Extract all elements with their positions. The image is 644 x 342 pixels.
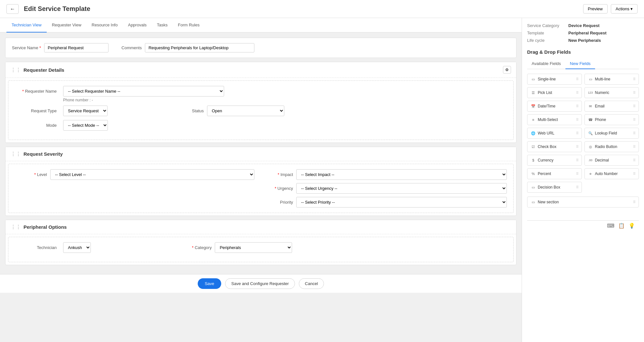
field-auto-number[interactable]: ≑ Auto Number ⠿ [584, 168, 639, 179]
email-icon: ✉ [588, 104, 593, 109]
mode-label: Mode [15, 123, 57, 128]
level-label: * Level [15, 172, 47, 177]
back-button[interactable]: ← [6, 4, 19, 14]
tab-resource-info[interactable]: Resource Info [87, 18, 123, 32]
field-multi-line-label: Multi-line [595, 77, 611, 81]
currency-drag: ⠿ [576, 158, 578, 162]
phone-field-icon: ☎ [588, 117, 593, 122]
field-pick-list-label: Pick List [538, 90, 552, 95]
comments-input[interactable] [145, 43, 254, 52]
priority-label: Priority [267, 200, 293, 205]
peripheral-drag-handle[interactable]: ⋮⋮ [11, 224, 21, 230]
service-name-card: Service Name * Comments [5, 38, 516, 58]
new-section-label: New section [538, 200, 559, 204]
field-single-line[interactable]: ▭ Single-line ⠿ [527, 74, 582, 85]
requester-details-section: ⋮⋮ Requester Details ⚙ * Requester Name [5, 62, 516, 143]
status-select[interactable]: Open [207, 106, 284, 116]
field-multi-line[interactable]: ▭ Multi-line ⠿ [584, 74, 639, 85]
peripheral-options-section: ⋮⋮ Peripheral Options Technician Ankush [5, 220, 516, 265]
field-checkbox[interactable]: ☑ Check Box ⠿ [527, 141, 582, 152]
field-decimal[interactable]: .00 Decimal ⠿ [584, 155, 639, 166]
clipboard-icon[interactable]: 📋 [618, 223, 625, 229]
new-section-icon: ▭ [531, 199, 536, 205]
accessibility-icon[interactable]: ⌨ [607, 223, 614, 229]
web-url-drag: ⠿ [576, 131, 578, 135]
dnd-tab-available[interactable]: Available Fields [527, 59, 565, 69]
tab-form-rules[interactable]: Form Rules [173, 18, 205, 32]
lookup-icon: 🔍 [588, 131, 593, 136]
field-numeric[interactable]: 123 Numeric ⠿ [584, 87, 639, 98]
request-type-select[interactable]: Service Request [63, 106, 108, 116]
priority-select[interactable]: -- Select Priority -- [296, 197, 507, 208]
datetime-icon: 📅 [531, 104, 536, 109]
request-severity-section: ⋮⋮ Request Severity * Level -- Select Le… [5, 147, 516, 216]
comments-label: Comments [121, 45, 142, 50]
preview-button[interactable]: Preview [583, 4, 608, 14]
field-datetime[interactable]: 📅 Date/Time ⠿ [527, 101, 582, 112]
field-phone-label: Phone [595, 117, 606, 122]
percent-icon: % [531, 171, 536, 176]
save-button[interactable]: Save [198, 278, 222, 289]
field-decision-box-label: Decision Box [538, 185, 560, 189]
field-multi-select[interactable]: ≡ Multi-Select ⠿ [527, 114, 582, 125]
field-email[interactable]: ✉ Email ⠿ [584, 101, 639, 112]
checkbox-icon: ☑ [531, 144, 536, 149]
template-value: Peripheral Request [568, 31, 607, 35]
single-line-icon: ▭ [531, 77, 536, 82]
new-section-item[interactable]: ▭ New section ⠿ [527, 197, 639, 208]
tab-technician-view[interactable]: Technician View [6, 18, 47, 32]
requester-drag-handle[interactable]: ⋮⋮ [11, 67, 21, 73]
percent-drag: ⠿ [576, 172, 578, 176]
decimal-icon: .00 [588, 158, 593, 163]
actions-button[interactable]: Actions ▾ [611, 4, 638, 14]
requester-section-title: Requester Details [24, 67, 503, 73]
severity-section-title: Request Severity [24, 151, 511, 157]
single-line-drag: ⠿ [576, 77, 578, 81]
pick-list-drag: ⠿ [576, 91, 578, 95]
field-radio-button[interactable]: ◎ Radio Button ⠿ [584, 141, 639, 152]
field-checkbox-label: Check Box [538, 144, 556, 149]
level-select[interactable]: -- Select Level -- [50, 169, 254, 180]
cancel-button[interactable]: Cancel [299, 278, 324, 289]
field-currency[interactable]: $ Currency ⠿ [527, 155, 582, 166]
impact-select[interactable]: -- Select Impact -- [296, 169, 507, 180]
field-decision-box[interactable]: ▭ Decision Box ⠿ [527, 182, 582, 193]
currency-icon: $ [531, 158, 536, 163]
requester-name-label: * Requester Name [15, 89, 57, 94]
technician-select[interactable]: Ankush [63, 242, 91, 253]
new-section-drag: ⠿ [633, 200, 635, 204]
lookup-drag: ⠿ [633, 131, 635, 135]
decision-box-drag: ⠿ [576, 185, 578, 189]
field-currency-label: Currency [538, 158, 554, 162]
requester-name-select[interactable]: -- Select Requester Name -- [63, 86, 224, 97]
field-percent[interactable]: % Percent ⠿ [527, 168, 582, 179]
severity-drag-handle[interactable]: ⋮⋮ [11, 151, 21, 157]
save-configure-button[interactable]: Save and Configure Requester [225, 278, 295, 289]
service-name-label: Service Name * [12, 45, 41, 50]
service-name-input[interactable] [44, 43, 109, 52]
field-web-url[interactable]: 🌐 Web URL ⠿ [527, 128, 582, 139]
field-lookup-label: Lookup Field [595, 131, 617, 135]
urgency-select[interactable]: -- Select Urgency -- [296, 183, 507, 194]
auto-number-drag: ⠿ [633, 172, 635, 176]
peripheral-section-title: Peripheral Options [24, 224, 511, 230]
decision-box-icon: ▭ [531, 185, 536, 190]
category-select[interactable]: Peripherals [215, 242, 292, 253]
web-url-icon: 🌐 [531, 131, 536, 136]
field-pick-list[interactable]: ☰ Pick List ⠿ [527, 87, 582, 98]
field-decimal-label: Decimal [595, 158, 609, 162]
dnd-title: Drag & Drop Fields [527, 49, 639, 55]
tab-approvals[interactable]: Approvals [123, 18, 152, 32]
dnd-tab-new[interactable]: New Fields [565, 59, 595, 69]
decimal-drag: ⠿ [633, 158, 635, 162]
tab-requester-view[interactable]: Requester View [47, 18, 87, 32]
mode-select[interactable]: -- Select Mode -- [63, 120, 108, 131]
tab-tasks[interactable]: Tasks [152, 18, 173, 32]
requester-settings-button[interactable]: ⚙ [503, 66, 511, 74]
service-category-value: Device Request [568, 23, 600, 28]
field-datetime-label: Date/Time [538, 104, 555, 108]
bulb-icon[interactable]: 💡 [629, 223, 635, 229]
field-auto-number-label: Auto Number [595, 171, 618, 176]
field-phone[interactable]: ☎ Phone ⠿ [584, 114, 639, 125]
field-lookup[interactable]: 🔍 Lookup Field ⠿ [584, 128, 639, 139]
